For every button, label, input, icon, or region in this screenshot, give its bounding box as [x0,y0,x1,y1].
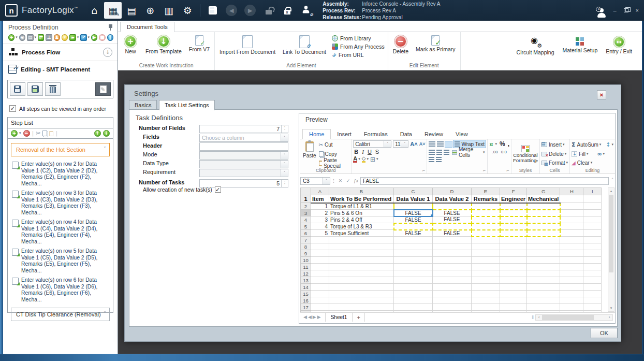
delete-step-button[interactable] [45,82,61,96]
cell-F10[interactable] [500,257,527,264]
cell-C14[interactable] [394,284,433,291]
start-icon[interactable]: ▶ [91,34,97,41]
cell-A12[interactable] [311,270,329,277]
from-library-button[interactable]: From Library [332,35,385,41]
row-header-18[interactable]: 18 [301,311,311,312]
underline-button[interactable]: U [367,149,373,155]
cell-B15[interactable] [329,291,394,297]
cell-A15[interactable] [311,291,329,297]
spinner[interactable]: ˆˇ [281,125,288,133]
cell-B5[interactable]: Torque of L3 & R3 [329,223,394,230]
cell-F4[interactable] [500,216,527,223]
cell-E11[interactable] [472,264,500,270]
cell-H12[interactable] [560,270,583,277]
cell-H2[interactable] [560,203,583,210]
cell-C9[interactable] [394,250,433,257]
format-cells-button[interactable]: Format▾ [541,160,568,166]
paste-button[interactable]: Paste [302,140,317,168]
cell-H3[interactable] [560,210,583,216]
copy-icon[interactable] [42,131,47,136]
cell-A9[interactable] [311,250,329,257]
cell-I11[interactable] [583,264,602,270]
cell-I17[interactable] [583,304,602,311]
open-folder-icon[interactable]: ▰ [69,34,76,41]
restore-button[interactable] [624,8,628,12]
editing-row[interactable]: Editing - SMT Placement [3,61,118,78]
cell-C15[interactable] [394,291,433,297]
font-family-select[interactable]: Calibriˇ [353,140,391,148]
cell-E1[interactable]: Remarks [472,195,500,203]
scroll-thumb[interactable] [542,315,594,320]
row-header-11[interactable]: 11 [301,264,311,270]
cell-I3[interactable] [583,210,602,216]
excel-tab-formulas[interactable]: Formulas [358,129,394,139]
cell-I6[interactable] [583,230,602,237]
paste-special-button[interactable]: Paste Special [319,160,350,166]
pause-icon[interactable]: ∥ [107,34,113,41]
active-step-item[interactable]: Removal of the Hot Section ˇ [11,143,110,156]
cell-G3[interactable] [527,210,560,216]
cell-A10[interactable] [311,257,329,264]
cell-G2[interactable] [527,203,560,210]
cell-B16[interactable] [329,297,394,304]
cell-D3[interactable]: FALSE [433,210,472,216]
cell-D17[interactable] [433,304,472,311]
align-top-icon[interactable] [429,141,435,147]
move-down-icon[interactable]: ↓ [103,130,110,137]
copy-button[interactable]: Copy [319,151,350,157]
cell-I2[interactable] [583,203,602,210]
cell-I1[interactable] [583,195,602,203]
cell-C12[interactable] [394,270,433,277]
step-list-item[interactable]: Enter value(s) on row 2 for Data Value 1… [8,160,113,189]
cell-I8[interactable] [583,243,602,250]
remove-step-icon[interactable]: − [23,130,30,137]
cell-A8[interactable] [311,243,329,250]
dropdown-icon[interactable]: ˇ [401,141,408,147]
cell-E16[interactable] [472,297,500,304]
column-header-D[interactable]: D [433,188,472,195]
mode-select[interactable]: ˇ [199,151,288,160]
cell-C4[interactable]: FALSE [394,216,433,223]
cell-H15[interactable] [560,291,583,297]
cell-F11[interactable] [500,264,527,270]
row-header-7[interactable]: 7 [301,237,311,243]
dropdown-icon[interactable]: ˇ [281,134,288,141]
cell-G10[interactable] [527,257,560,264]
cell-B8[interactable] [329,243,394,250]
column-header-G[interactable]: G [527,188,560,195]
unlock-icon[interactable] [260,2,277,19]
cell-F3[interactable] [500,210,527,216]
cell-A3[interactable]: 2 [311,210,329,216]
cell-B2[interactable]: Torque of L1 & R1 [329,203,394,210]
cell-A18[interactable] [311,311,329,312]
row-header-1[interactable]: 1 [301,195,311,203]
grid-vertical-scrollbar[interactable]: ▴ ▾ [608,187,614,312]
cell-A6[interactable]: 5 [311,230,329,237]
cell-D15[interactable] [433,291,472,297]
cell-E13[interactable] [472,277,500,284]
cell-A4[interactable]: 3 [311,216,329,223]
cell-B4[interactable]: Pins 2 & 4 Off [329,216,394,223]
cell-G13[interactable] [527,277,560,284]
cell-D7[interactable] [433,237,472,243]
add-sheet-button[interactable]: + [353,313,364,322]
cell-F1[interactable]: Engineer [500,195,527,203]
cell-D2[interactable] [433,203,472,210]
print-icon[interactable]: ▤ [27,34,33,41]
expand-down-icon[interactable]: ↓ [103,48,112,57]
collapsed-step-item[interactable]: CT Disk Tip Clearance (Removal) ˇ [11,308,110,321]
cell-F6[interactable] [500,230,527,237]
import-from-document-button[interactable]: Import From Document [218,34,277,56]
home-icon[interactable]: ⌂ [85,2,103,19]
cell-D11[interactable] [433,264,472,270]
production-icon[interactable]: ▤ [123,2,140,19]
cell-G12[interactable] [527,270,560,277]
cell-F18[interactable] [500,311,527,312]
cell-B3[interactable]: Pins 5 & 6 On [329,210,394,216]
lock-x-icon[interactable]: x [279,2,296,19]
comma-icon[interactable]: , [508,140,509,148]
font-color-button[interactable]: A [353,156,357,163]
cell-G15[interactable] [527,291,560,297]
cut-icon[interactable]: ✂ [36,131,40,136]
cell-H14[interactable] [560,284,583,291]
